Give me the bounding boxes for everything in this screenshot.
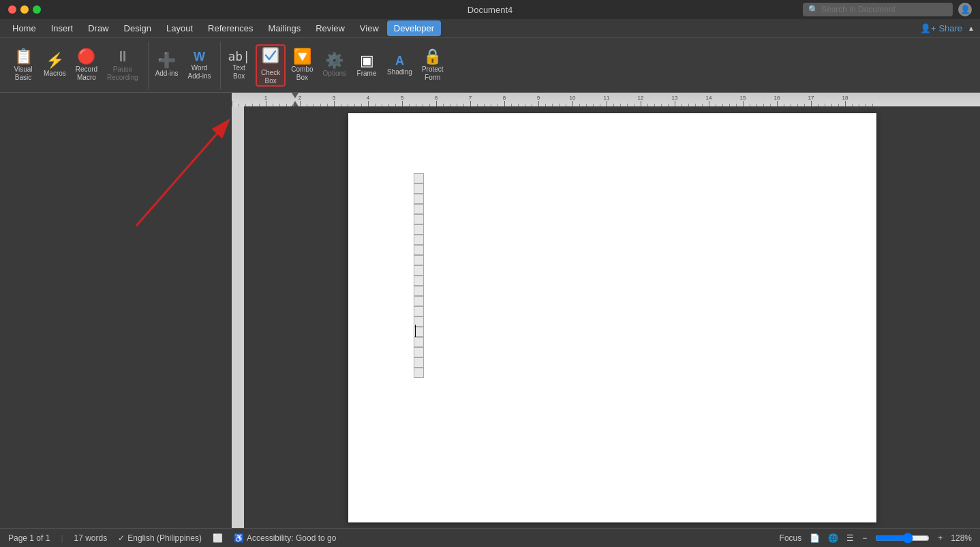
page-orientation-icon[interactable]: ⬜ <box>213 533 223 543</box>
options-button[interactable]: ⚙️ Options <box>319 44 350 87</box>
pause-recording-label: PauseRecording <box>107 65 138 82</box>
text-box-label: TextBox <box>233 64 245 80</box>
pause-recording-button[interactable]: ⏸ PauseRecording <box>103 44 142 87</box>
document-area[interactable] <box>244 106 980 528</box>
spell-check-icon: ✓ <box>118 533 125 543</box>
form-checkbox-14[interactable] <box>414 306 424 316</box>
form-checkbox-17[interactable] <box>414 337 424 347</box>
ribbon-collapse-button[interactable]: ▲ <box>968 25 975 32</box>
frame-button[interactable]: ▣ Frame <box>352 44 382 87</box>
form-checkbox-13[interactable] <box>414 296 424 306</box>
menu-item-draw[interactable]: Draw <box>81 20 115 36</box>
menu-item-layout[interactable]: Layout <box>159 20 200 36</box>
view-mode-web[interactable]: 🌐 <box>828 533 838 543</box>
document-page <box>348 113 876 522</box>
shading-label: Shading <box>387 68 412 76</box>
text-box-button[interactable]: ab| TextBox <box>224 44 254 87</box>
form-checkbox-12[interactable] <box>414 286 424 296</box>
zoom-level: 128% <box>951 533 972 543</box>
options-icon: ⚙️ <box>325 53 343 68</box>
add-ins-label: Add-ins <box>155 70 179 78</box>
combo-box-label: ComboBox <box>291 65 313 82</box>
check-box-label: CheckBox <box>261 69 280 85</box>
menu-item-developer[interactable]: Developer <box>387 20 441 36</box>
form-checkbox-7[interactable] <box>414 235 424 245</box>
menu-bar: Home Insert Draw Design Layout Reference… <box>0 19 980 38</box>
shading-icon: A <box>395 55 404 67</box>
form-checkbox-9[interactable] <box>414 255 424 265</box>
form-checkbox-2[interactable] <box>414 183 424 194</box>
zoom-slider[interactable] <box>875 533 930 544</box>
view-mode-print[interactable]: 📄 <box>810 533 820 543</box>
word-count: 17 words <box>74 533 108 543</box>
combo-box-button[interactable]: 🔽 ComboBox <box>287 44 317 87</box>
share-button[interactable]: 👤+ Share <box>920 23 962 33</box>
view-mode-outline[interactable]: ☰ <box>846 533 854 543</box>
minimize-button[interactable] <box>20 5 29 14</box>
main-area <box>0 106 980 528</box>
zoom-in-button[interactable]: + <box>938 533 943 543</box>
traffic-lights <box>8 5 41 14</box>
ribbon: 📋 VisualBasic ⚡ Macros 🔴 RecordMacro ⏸ P… <box>0 38 980 93</box>
menu-item-view[interactable]: View <box>353 20 386 36</box>
ribbon-group-addins: ➕ Add-ins W WordAdd-ins <box>148 42 218 89</box>
form-checkbox-18[interactable] <box>414 347 424 357</box>
menu-item-home[interactable]: Home <box>5 20 43 36</box>
menu-item-insert[interactable]: Insert <box>44 20 80 36</box>
share-icon: 👤+ <box>920 23 936 33</box>
menu-item-mailings[interactable]: Mailings <box>262 20 308 36</box>
macros-label: Macros <box>44 70 66 78</box>
menu-item-references[interactable]: References <box>201 20 260 36</box>
check-box-icon <box>261 46 280 68</box>
macros-button[interactable]: ⚡ Macros <box>40 44 70 87</box>
form-checkbox-10[interactable] <box>414 265 424 276</box>
add-ins-button[interactable]: ➕ Add-ins <box>151 44 183 87</box>
form-checkbox-20[interactable] <box>414 368 424 378</box>
share-label: Share <box>938 23 962 33</box>
protect-form-button[interactable]: 🔒 ProtectForm <box>418 44 448 87</box>
status-bar: Page 1 of 1 | 17 words ✓ English (Philip… <box>0 528 980 547</box>
search-input[interactable] <box>821 5 947 14</box>
form-checkbox-3[interactable] <box>414 194 424 204</box>
form-checkbox-5[interactable] <box>414 214 424 224</box>
focus-button[interactable]: Focus <box>780 533 802 543</box>
document-title: Document4 <box>468 5 512 15</box>
text-box-icon: ab| <box>228 50 250 63</box>
close-button[interactable] <box>8 5 16 14</box>
protect-form-label: ProtectForm <box>422 65 444 82</box>
frame-label: Frame <box>357 70 377 78</box>
visual-basic-button[interactable]: 📋 VisualBasic <box>8 44 38 87</box>
ribbon-group-controls: ab| TextBox CheckBox 🔽 ComboBox ⚙️ Optio… <box>220 42 450 89</box>
ruler-content: 123456789101112131415161718 <box>232 93 980 106</box>
svg-line-2 <box>136 120 229 226</box>
zoom-out-button[interactable]: − <box>862 533 867 543</box>
options-label: Options <box>323 70 346 78</box>
form-checkbox-11[interactable] <box>414 276 424 286</box>
form-checkbox-4[interactable] <box>414 204 424 214</box>
record-macro-button[interactable]: 🔴 RecordMacro <box>72 44 102 87</box>
menu-bar-right: 👤+ Share ▲ <box>920 23 975 33</box>
accessibility-status: ♿ Accessibility: Good to go <box>234 533 336 543</box>
shading-button[interactable]: A Shading <box>383 44 416 87</box>
word-add-ins-label: WordAdd-ins <box>188 64 211 80</box>
protect-form-icon: 🔒 <box>423 49 442 64</box>
menu-item-review[interactable]: Review <box>309 20 352 36</box>
checkbox-column <box>414 173 424 378</box>
menu-item-design[interactable]: Design <box>117 20 158 36</box>
maximize-button[interactable] <box>33 5 41 14</box>
check-box-button[interactable]: CheckBox <box>256 44 286 87</box>
title-bar-right: 🔍 👤 <box>803 3 972 16</box>
form-checkbox-19[interactable] <box>414 357 424 368</box>
word-add-ins-button[interactable]: W WordAdd-ins <box>184 44 215 87</box>
annotation-arrow <box>0 106 232 243</box>
form-checkbox-1[interactable] <box>414 173 424 183</box>
ruler-left-gap <box>0 93 232 106</box>
user-avatar[interactable]: 👤 <box>958 3 972 16</box>
form-checkbox-8[interactable] <box>414 245 424 255</box>
ruler: 123456789101112131415161718 <box>0 93 980 106</box>
status-bar-right: Focus 📄 🌐 ☰ − + 128% <box>780 533 972 544</box>
language-label: English (Philippines) <box>127 533 202 543</box>
search-bar[interactable]: 🔍 <box>803 3 953 16</box>
form-checkbox-6[interactable] <box>414 224 424 235</box>
title-bar: Document4 🔍 👤 <box>0 0 980 19</box>
